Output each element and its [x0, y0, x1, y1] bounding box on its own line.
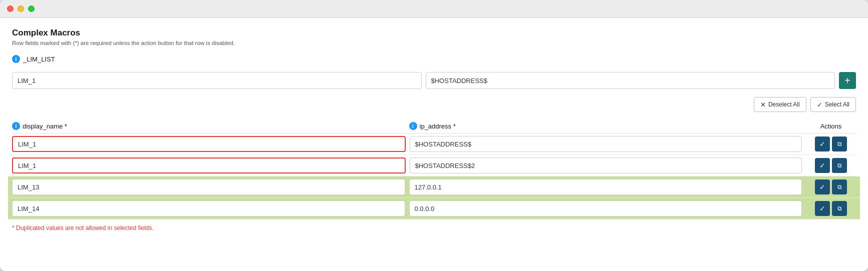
row-ip-address-input[interactable] — [409, 200, 802, 216]
copy-icon: ⧉ — [837, 205, 842, 212]
deselect-all-button[interactable]: ✕ Deselect All — [754, 97, 806, 112]
select-all-label: Select All — [825, 101, 849, 108]
row-copy-button[interactable]: ⧉ — [832, 180, 847, 194]
row-actions: ✓⧉ — [806, 180, 856, 194]
col-display-name-header: i display_name * — [12, 122, 409, 130]
minimize-button[interactable] — [18, 6, 24, 12]
row-ip-address-input[interactable] — [410, 136, 802, 152]
table-header: i display_name * i ip_address * Actions — [12, 119, 856, 134]
section-name: _LIM_LIST — [23, 56, 55, 63]
actions-col-label: Actions — [820, 122, 842, 130]
check-icon: ✓ — [819, 140, 825, 148]
row-copy-button[interactable]: ⧉ — [832, 158, 847, 173]
table-row: ✓⧉ — [8, 198, 860, 220]
close-button[interactable] — [7, 6, 14, 12]
table-row: ✓⧉ — [12, 134, 856, 155]
copy-icon: ⧉ — [837, 140, 842, 148]
deselect-all-label: Deselect All — [768, 101, 800, 108]
col-ip-header: i ip_address * — [409, 122, 806, 130]
display-name-col-label: display_name * — [23, 122, 67, 130]
check-icon: ✓ — [819, 162, 825, 170]
add-ip-address-input[interactable] — [426, 72, 835, 89]
select-all-button[interactable]: ✓ Select All — [810, 97, 856, 112]
table-row: ✓⧉ — [12, 155, 856, 176]
add-row-form: + — [12, 72, 856, 89]
copy-icon: ⧉ — [837, 162, 842, 169]
row-check-button[interactable]: ✓ — [815, 180, 830, 194]
row-copy-button[interactable]: ⧉ — [832, 136, 847, 152]
row-copy-button[interactable]: ⧉ — [832, 201, 847, 216]
titlebar — [0, 0, 868, 18]
row-check-button[interactable]: ✓ — [815, 136, 830, 152]
table-row: ✓⧉ — [8, 176, 860, 198]
content-area: Complex Macros Row fields marked with (*… — [0, 18, 868, 271]
ip-info-icon: i — [409, 122, 417, 130]
plus-icon: + — [844, 75, 850, 86]
ip-col-label: ip_address * — [420, 122, 456, 130]
x-icon: ✕ — [760, 101, 766, 108]
row-display-name-input[interactable] — [12, 179, 405, 195]
row-actions: ✓⧉ — [806, 136, 856, 152]
copy-icon: ⧉ — [837, 184, 842, 190]
check-icon: ✓ — [819, 183, 825, 191]
maximize-button[interactable] — [28, 6, 35, 12]
check-icon: ✓ — [819, 204, 825, 212]
info-icon: i — [12, 55, 20, 63]
row-display-name-input[interactable] — [12, 136, 406, 152]
row-ip-address-input[interactable] — [409, 179, 802, 195]
display-name-info-icon: i — [12, 122, 20, 130]
row-display-name-input[interactable] — [12, 200, 405, 216]
add-display-name-input[interactable] — [12, 72, 422, 89]
toolbar-row: ✕ Deselect All ✓ Select All — [12, 97, 856, 112]
check-icon: ✓ — [817, 101, 822, 108]
main-window: Complex Macros Row fields marked with (*… — [0, 0, 868, 271]
page-subtitle: Row fields marked with (*) are required … — [12, 40, 856, 46]
row-display-name-input[interactable] — [12, 158, 406, 174]
row-check-button[interactable]: ✓ — [815, 158, 830, 173]
table-rows: ✓⧉✓⧉✓⧉✓⧉ — [12, 134, 856, 220]
row-actions: ✓⧉ — [806, 158, 856, 173]
row-check-button[interactable]: ✓ — [815, 201, 830, 216]
add-row-button[interactable]: + — [839, 72, 856, 89]
page-title: Complex Macros — [12, 28, 856, 38]
section-header: i _LIM_LIST — [12, 55, 856, 63]
row-actions: ✓⧉ — [806, 201, 856, 216]
row-ip-address-input[interactable] — [410, 158, 802, 174]
col-actions-header: Actions — [806, 122, 856, 130]
error-message: * Duplicated values are not allowed in s… — [12, 224, 856, 232]
